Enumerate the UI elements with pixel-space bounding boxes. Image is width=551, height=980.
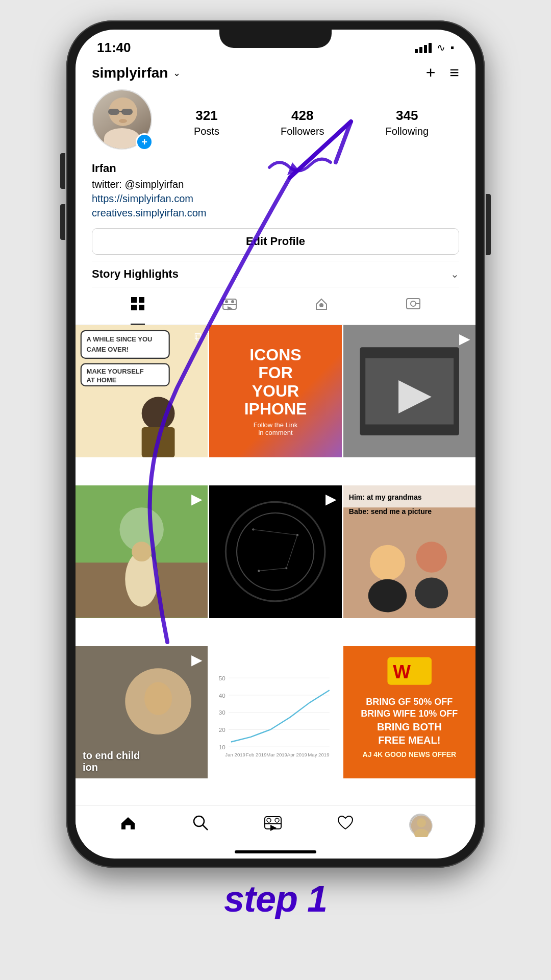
svg-point-81 [267, 818, 271, 822]
grid-item[interactable]: A WHILE SINCE YOU CAME OVER! MAKE YOURSE… [76, 325, 208, 457]
grid-item[interactable]: to end child ion ▶ [76, 646, 208, 778]
svg-point-12 [225, 300, 228, 303]
svg-point-27 [142, 397, 175, 430]
profile-name: Irfan [92, 162, 459, 175]
photo-grid: A WHILE SINCE YOU CAME OVER! MAKE YOURSE… [76, 325, 475, 805]
grid-item[interactable]: 50 40 30 20 10 Jan 2019 [209, 646, 341, 778]
highlights-chevron-icon[interactable]: ⌄ [450, 268, 459, 280]
svg-point-86 [417, 818, 426, 827]
followers-label: Followers [281, 126, 324, 137]
svg-point-52 [370, 545, 405, 580]
add-content-button[interactable]: + [426, 63, 436, 82]
end-child-line2: ion [83, 762, 201, 773]
grid-item[interactable]: ▶ [76, 485, 208, 618]
home-nav-button[interactable] [119, 814, 137, 836]
svg-point-4 [119, 119, 127, 123]
svg-point-78 [194, 816, 204, 826]
svg-point-53 [416, 542, 447, 573]
following-count: 345 [396, 108, 418, 124]
grid-tab-icon [131, 297, 145, 314]
grid-item[interactable]: ▶ [343, 325, 475, 457]
profile-stats: 321 Posts 428 Followers 345 Following [158, 108, 459, 137]
posts-stat[interactable]: 321 Posts [194, 108, 219, 137]
phone-container: 11:40 ∿ ▪ simplyirfan ⌄ [66, 20, 485, 868]
bio-line-2[interactable]: https://simplyirfan.com [92, 191, 459, 206]
step-label: step 1 [224, 878, 327, 920]
edit-profile-button[interactable]: Edit Profile [92, 228, 459, 255]
multi-post-icon: ⧉ [194, 330, 203, 344]
grid-item[interactable]: ▶ [209, 485, 341, 618]
svg-rect-14 [223, 304, 236, 305]
svg-rect-38 [209, 485, 341, 618]
grid-item[interactable]: ICONSFORYOURIPHONE Follow the Linkin com… [209, 325, 341, 457]
svg-text:May 2019: May 2019 [308, 752, 330, 757]
play-icon: ▶ [459, 330, 470, 347]
svg-text:10: 10 [219, 744, 226, 750]
notch [219, 30, 332, 48]
svg-line-79 [203, 825, 208, 830]
following-stat[interactable]: 345 Following [386, 108, 429, 137]
highlights-label: Story Highlights [92, 267, 179, 281]
add-story-button[interactable]: + [136, 133, 153, 151]
svg-text:Mar 2019: Mar 2019 [267, 752, 288, 757]
grid-item[interactable]: W BRING GF 50% OFF BRING WIFE 10% OFF BR… [343, 646, 475, 778]
following-label: Following [386, 126, 429, 137]
likes-nav-button[interactable] [337, 814, 354, 836]
reels-tab-icon [222, 297, 237, 315]
tagged-tab-icon [314, 297, 329, 315]
svg-text:Him: at my grandmas: Him: at my grandmas [348, 493, 421, 501]
svg-rect-83 [265, 823, 281, 824]
chevron-down-icon[interactable]: ⌄ [173, 67, 181, 79]
posts-count: 321 [195, 108, 217, 124]
profile-nav-button[interactable] [409, 814, 432, 836]
svg-point-54 [368, 579, 407, 612]
followers-count: 428 [291, 108, 313, 124]
bio-line-3[interactable]: creatives.simplyirfan.com [92, 206, 459, 220]
svg-rect-7 [131, 297, 137, 303]
avatar-wrapper: + [92, 89, 158, 156]
svg-rect-3 [119, 111, 122, 112]
phone-screen: 11:40 ∿ ▪ simplyirfan ⌄ [76, 30, 475, 859]
search-nav-button[interactable] [192, 814, 209, 836]
status-icons: ∿ ▪ [415, 41, 454, 54]
svg-text:20: 20 [219, 727, 226, 733]
svg-text:Babe: send me a picture: Babe: send me a picture [348, 508, 431, 516]
battery-icon: ▪ [450, 42, 454, 54]
followers-stat[interactable]: 428 Followers [281, 108, 324, 137]
svg-point-16 [319, 303, 323, 307]
tab-reels[interactable] [222, 288, 237, 324]
tab-mentions[interactable] [406, 288, 420, 324]
svg-point-18 [411, 301, 416, 306]
svg-rect-9 [131, 305, 137, 310]
tab-grid[interactable] [131, 287, 145, 325]
story-highlights: Story Highlights ⌄ [76, 261, 475, 287]
menu-button[interactable]: ≡ [449, 63, 459, 82]
username-row[interactable]: simplyirfan ⌄ [92, 65, 181, 81]
svg-rect-2 [121, 109, 133, 115]
svg-text:MAKE YOURSELF: MAKE YOURSELF [87, 368, 144, 375]
mentions-tab-icon [406, 297, 420, 315]
play-icon: ▶ [325, 491, 337, 507]
svg-text:Feb 2019: Feb 2019 [246, 752, 267, 757]
tab-tagged[interactable] [314, 288, 329, 324]
highlights-header[interactable]: Story Highlights ⌄ [92, 261, 459, 287]
svg-text:50: 50 [219, 675, 226, 681]
end-child-line1: to end child [83, 750, 201, 762]
username: simplyirfan [92, 65, 168, 81]
content-tabs [76, 287, 475, 325]
mcdonalds-promo-text: BRING GF 50% OFF BRING WIFE 10% OFF BRIN… [343, 677, 475, 778]
bio-line-1: twitter: @simplyirfan [92, 177, 459, 191]
home-indicator [235, 850, 316, 853]
svg-text:CAME OVER!: CAME OVER! [87, 346, 129, 353]
reels-nav-button[interactable] [264, 814, 282, 836]
svg-rect-1 [108, 109, 119, 115]
ig-header: simplyirfan ⌄ + ≡ [76, 58, 475, 87]
signal-icon [415, 42, 432, 53]
grid-item[interactable]: Him: at my grandmas Babe: send me a pict… [343, 485, 475, 618]
svg-point-13 [231, 300, 234, 303]
profile-top: + 321 Posts 428 Followers 345 [92, 89, 459, 156]
play-icon: ▶ [191, 651, 203, 668]
end-child-text-overlay: to end child ion [76, 745, 208, 778]
svg-point-6 [110, 129, 136, 149]
svg-point-37 [132, 542, 152, 562]
